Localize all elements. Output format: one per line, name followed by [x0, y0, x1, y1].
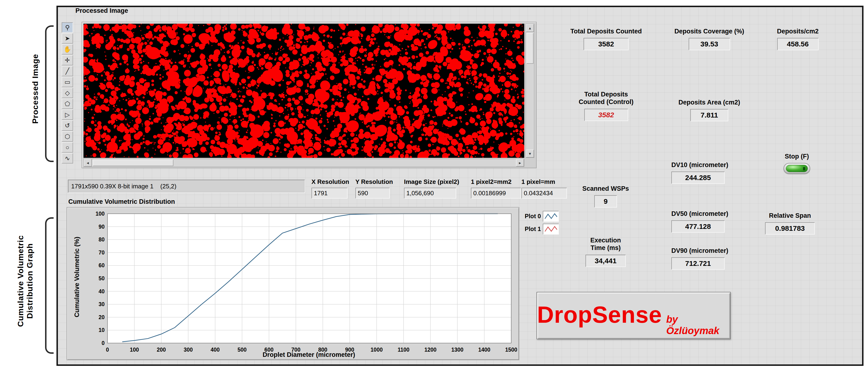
x-resolution-value: 1791	[311, 188, 347, 199]
relative-span-label: Relative Span	[755, 212, 824, 219]
vertical-scroll-thumb[interactable]	[526, 33, 533, 64]
dv10-group: DV10 (micrometer) 244.285	[671, 161, 743, 184]
logo-byline: by Özlüoymak	[666, 314, 730, 337]
dv50-value: 477.128	[671, 220, 725, 233]
execution-time-value: 34,441	[586, 255, 626, 267]
scroll-right-icon[interactable]: ►	[516, 159, 524, 167]
chart-title: Cumulative Volumetric Distribution	[68, 198, 175, 205]
scroll-up-icon[interactable]: ▲	[526, 24, 534, 32]
oval-tool-icon[interactable]: ○	[62, 142, 73, 152]
scanned-wsps-label: Scanned WSPs	[572, 185, 639, 193]
svg-text:200: 200	[157, 347, 166, 353]
deposits-area-value: 7.811	[690, 109, 728, 121]
svg-text:1300: 1300	[451, 347, 463, 353]
stop-button-label: Stop (F)	[772, 152, 822, 160]
svg-text:60: 60	[98, 262, 104, 269]
y-axis-title: Cumulative Volumetric (%)	[73, 206, 81, 348]
dv90-value: 712.721	[671, 257, 725, 270]
line-tool-icon[interactable]: ╱	[62, 66, 73, 76]
image-size-label: Image Size (pixel2)	[404, 178, 459, 185]
zoom-tool-icon[interactable]: ⚲	[62, 22, 73, 33]
section-label-processed-image: Processed Image	[31, 18, 40, 160]
scanned-wsps-value: 9	[594, 195, 617, 208]
legend-plot1-label[interactable]: Plot 1	[525, 226, 541, 233]
total-deposits-control-label: Total Deposits Counted (Control)	[563, 91, 649, 106]
processed-image-caption: Processed Image	[75, 7, 128, 14]
chart-plot-area: 0100200300400500600700800900100011001200…	[67, 208, 519, 360]
crosshair-tool-icon[interactable]: ✛	[62, 55, 73, 65]
svg-text:40: 40	[98, 288, 104, 295]
image-status-bar: 1791x590 0.39X 8-bit image 1 (25,2)	[68, 180, 305, 193]
stop-led-icon	[786, 165, 808, 172]
svg-text:1500: 1500	[505, 347, 517, 353]
deposits-area-label: Deposits Area (cm2)	[666, 99, 752, 106]
deposits-coverage-label: Deposits Coverage (%)	[666, 28, 752, 35]
logo-text: DropSense	[537, 301, 662, 328]
svg-text:0: 0	[101, 340, 104, 346]
svg-text:20: 20	[98, 314, 104, 320]
deposits-per-cm2-value: 458.56	[777, 38, 819, 50]
svg-text:80: 80	[98, 237, 104, 243]
y-resolution-value: 590	[355, 188, 390, 199]
dv10-value: 244.285	[671, 172, 725, 184]
pixel2-mm2-value: 0.00186999	[471, 188, 521, 199]
scroll-down-icon[interactable]: ▼	[526, 149, 534, 158]
selection-tool-icon[interactable]: ➤	[62, 33, 73, 44]
x-axis-title: Droplet Diameter (micrometer)	[190, 351, 428, 358]
bracket-cumulative-graph	[45, 217, 54, 354]
svg-text:1400: 1400	[478, 347, 490, 353]
deposits-per-cm2-label: Deposits/cm2	[755, 28, 840, 35]
legend-plot1-icon[interactable]	[543, 224, 559, 235]
image-size-value: 1,056,690	[404, 188, 456, 199]
relative-span-value: 0.981783	[765, 222, 815, 235]
total-deposits-control-input[interactable]: 3582	[584, 109, 628, 121]
scroll-left-icon[interactable]: ◄	[84, 159, 92, 167]
rectangle-tool-icon[interactable]: ▭	[62, 77, 73, 87]
bracket-processed-image	[45, 25, 54, 162]
pentagon-tool-icon[interactable]: ⬠	[62, 99, 73, 109]
deposits-coverage-group: Deposits Coverage (%) 39.53	[666, 28, 752, 50]
dv10-label: DV10 (micrometer)	[671, 161, 743, 169]
horizontal-scrollbar[interactable]: ◄ ►	[84, 159, 524, 167]
processed-image-display[interactable]	[84, 24, 524, 158]
deposits-area-group: Deposits Area (cm2) 7.811	[666, 99, 752, 121]
pixel2-mm2-label: 1 pixel2=mm2	[471, 178, 512, 185]
stop-group: Stop (F)	[772, 152, 822, 174]
legend-plot0-label[interactable]: Plot 0	[525, 213, 541, 220]
image-toolbar: ⚲ ➤ ✋ ✛ ╱ ▭ ◇ ⬠ ▷ ↺ ⬡ ○ ∿	[62, 22, 74, 164]
total-deposits-counted-label: Total Deposits Counted	[563, 28, 649, 35]
execution-time-group: Execution Time (ms) 34,441	[572, 237, 639, 267]
image-viewer: ▲ ▼ ◄ ►	[82, 22, 536, 168]
pan-tool-icon[interactable]: ✋	[62, 44, 73, 55]
deposits-per-cm2-group: Deposits/cm2 458.56	[755, 28, 840, 50]
diamond-tool-icon[interactable]: ◇	[62, 88, 73, 98]
y-resolution-label: Y Resolution	[355, 178, 393, 185]
screenshot-stage: Processed Image Cumulative Volumetric Di…	[0, 0, 868, 381]
freehand-region-tool-icon[interactable]: ∿	[62, 153, 73, 164]
svg-text:100: 100	[130, 347, 139, 353]
legend-plot0-icon[interactable]	[543, 211, 559, 222]
dv90-group: DV90 (micrometer) 712.721	[671, 247, 743, 270]
section-label-cumulative-graph: Cumulative Volumetric Distribution Graph	[16, 198, 35, 364]
execution-time-label: Execution Time (ms)	[572, 237, 639, 252]
horizontal-scroll-thumb[interactable]	[93, 160, 174, 166]
hexagon-tool-icon[interactable]: ⬡	[62, 131, 73, 142]
stop-button[interactable]	[783, 163, 810, 174]
relative-span-group: Relative Span 0.981783	[755, 212, 824, 235]
svg-text:70: 70	[98, 249, 104, 256]
svg-text:30: 30	[98, 301, 104, 307]
pixel-mm-value: 0.0432434	[521, 188, 567, 199]
dv50-label: DV50 (micrometer)	[671, 210, 743, 217]
vertical-scrollbar[interactable]: ▲ ▼	[526, 24, 534, 158]
svg-text:0: 0	[106, 347, 109, 353]
freehand-line-tool-icon[interactable]: ↺	[62, 120, 73, 131]
total-deposits-counted-value: 3582	[584, 38, 629, 50]
svg-text:100: 100	[96, 211, 104, 217]
dv50-group: DV50 (micrometer) 477.128	[671, 210, 743, 233]
rotated-rectangle-tool-icon[interactable]: ▷	[62, 109, 73, 120]
pixel-mm-label: 1 pixel=mm	[521, 178, 555, 185]
deposits-coverage-value: 39.53	[689, 38, 730, 50]
cumulative-distribution-chart: 0100200300400500600700800900100011001200…	[67, 207, 519, 360]
image-status-text: 1791x590 0.39X 8-bit image 1 (25,2)	[71, 183, 177, 190]
dv90-label: DV90 (micrometer)	[671, 247, 743, 254]
